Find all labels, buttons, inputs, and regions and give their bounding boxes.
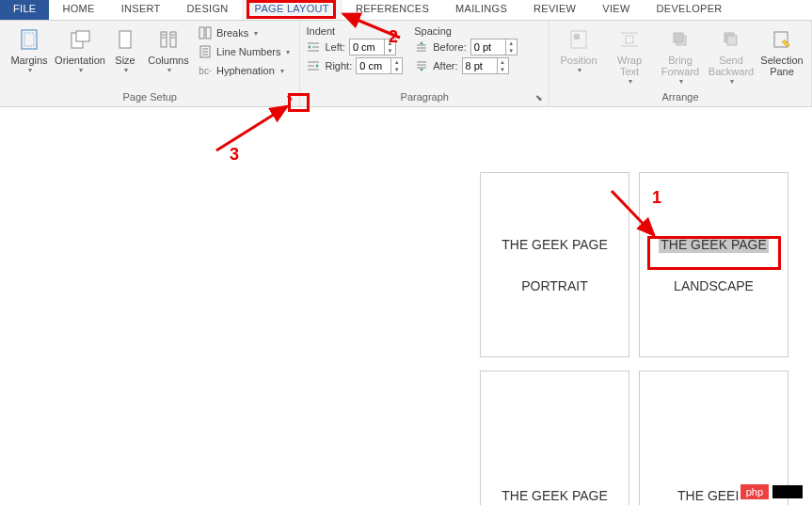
selection-pane-label: Selection Pane bbox=[760, 55, 804, 77]
columns-button[interactable]: Columns bbox=[147, 24, 190, 79]
spacing-before-input[interactable] bbox=[471, 41, 505, 53]
tab-review[interactable]: REVIEW bbox=[520, 0, 589, 20]
group-paragraph-label: Paragraph bbox=[306, 91, 543, 104]
line-numbers-label: Line Numbers bbox=[216, 46, 280, 57]
svg-rect-12 bbox=[206, 27, 211, 39]
orientation-label: Orientation bbox=[55, 55, 105, 66]
tab-page-layout[interactable]: PAGE LAYOUT bbox=[242, 0, 342, 20]
tab-developer[interactable]: DEVELOPER bbox=[644, 0, 736, 20]
columns-icon bbox=[155, 26, 182, 53]
spacing-after-input[interactable] bbox=[463, 60, 497, 71]
wrap-text-icon bbox=[616, 26, 643, 53]
indent-left-input[interactable] bbox=[350, 41, 384, 53]
hyphenation-label: Hyphenation bbox=[216, 65, 275, 76]
position-button[interactable]: Position bbox=[555, 24, 602, 87]
doc-page-4-title: THE GEEI bbox=[677, 488, 739, 503]
tab-file[interactable]: FILE bbox=[0, 0, 49, 20]
ribbon-tabs: FILE HOME INSERT DESIGN PAGE LAYOUT REFE… bbox=[0, 0, 812, 21]
bring-forward-button[interactable]: Bring Forward bbox=[657, 24, 704, 87]
svg-rect-6 bbox=[170, 32, 176, 47]
watermark-box bbox=[772, 485, 803, 498]
selection-pane-icon bbox=[769, 26, 795, 53]
line-numbers-button[interactable]: Line Numbers bbox=[194, 43, 294, 60]
tab-insert[interactable]: INSERT bbox=[108, 0, 174, 20]
position-icon bbox=[565, 26, 592, 53]
ribbon: Margins Orientation Size Columns Breaks bbox=[0, 21, 812, 107]
orientation-icon bbox=[67, 26, 93, 53]
anno-num-3: 3 bbox=[230, 145, 239, 165]
send-backward-label: Send Backward bbox=[709, 55, 754, 77]
send-backward-icon bbox=[718, 26, 744, 53]
doc-page-2-selection[interactable]: THE GEEK PAGE bbox=[659, 236, 769, 253]
tab-design[interactable]: DESIGN bbox=[174, 0, 242, 20]
wrap-text-button[interactable]: Wrap Text bbox=[606, 24, 653, 87]
indent-right-input[interactable] bbox=[357, 60, 390, 71]
group-arrange: Position Wrap Text Bring Forward Send Ba… bbox=[549, 21, 812, 106]
bring-forward-icon bbox=[667, 26, 693, 53]
anno-num-2: 2 bbox=[389, 27, 398, 47]
spacing-after-icon bbox=[414, 58, 429, 73]
doc-page-1-sub: PORTRAIT bbox=[521, 278, 588, 293]
svg-rect-31 bbox=[626, 36, 633, 43]
svg-rect-5 bbox=[161, 32, 167, 47]
indent-right-spinner[interactable]: ▲▼ bbox=[356, 57, 403, 74]
indent-right-label: Right: bbox=[325, 60, 352, 71]
watermark: php bbox=[740, 484, 803, 499]
svg-rect-35 bbox=[674, 33, 683, 42]
group-arrange-label: Arrange bbox=[555, 91, 805, 104]
indent-left-icon bbox=[306, 39, 321, 55]
doc-page-1[interactable]: THE GEEK PAGE PORTRAIT bbox=[480, 172, 629, 357]
group-paragraph: Indent Left: ▲▼ Right: ▲▼ Spacing Before… bbox=[300, 21, 549, 106]
spacing-before-label: Before: bbox=[433, 41, 466, 53]
spacing-before-icon bbox=[414, 39, 429, 55]
selection-pane-button[interactable]: Selection Pane bbox=[758, 24, 805, 87]
group-page-setup-label: Page Setup bbox=[6, 91, 294, 104]
margins-label: Margins bbox=[10, 55, 47, 66]
tab-view[interactable]: VIEW bbox=[589, 0, 643, 20]
hyphenation-icon: bc- bbox=[198, 63, 213, 78]
svg-rect-3 bbox=[76, 31, 89, 41]
group-page-setup: Margins Orientation Size Columns Breaks bbox=[0, 21, 300, 106]
spacing-after-spinner[interactable]: ▲▼ bbox=[462, 57, 509, 74]
orientation-button[interactable]: Orientation bbox=[56, 24, 103, 79]
tab-home[interactable]: HOME bbox=[49, 0, 107, 20]
svg-rect-1 bbox=[24, 33, 34, 46]
svg-rect-4 bbox=[119, 31, 131, 48]
hyphenation-button[interactable]: bc- Hyphenation bbox=[194, 62, 294, 79]
breaks-icon bbox=[198, 25, 213, 40]
send-backward-button[interactable]: Send Backward bbox=[708, 24, 755, 87]
svg-rect-11 bbox=[199, 27, 204, 39]
wrap-text-label: Wrap Text bbox=[608, 55, 651, 77]
indent-left-label: Left: bbox=[325, 41, 344, 53]
line-numbers-icon bbox=[198, 44, 213, 59]
size-label: Size bbox=[115, 55, 135, 66]
doc-page-1-title: THE GEEK PAGE bbox=[502, 237, 608, 252]
breaks-button[interactable]: Breaks bbox=[194, 24, 294, 41]
position-label: Position bbox=[560, 55, 597, 66]
tab-mailings[interactable]: MAILINGS bbox=[442, 0, 520, 20]
margins-button[interactable]: Margins bbox=[6, 24, 53, 79]
watermark-label: php bbox=[740, 484, 769, 499]
spacing-before-spinner[interactable]: ▲▼ bbox=[470, 39, 517, 55]
doc-page-3[interactable]: THE GEEK PAGE bbox=[480, 371, 629, 505]
svg-rect-37 bbox=[727, 36, 737, 45]
indent-right-icon bbox=[306, 58, 321, 73]
doc-page-3-title: THE GEEK PAGE bbox=[502, 488, 608, 503]
tab-references[interactable]: REFERENCES bbox=[342, 0, 442, 20]
doc-page-2-sub: LANDSCAPE bbox=[674, 278, 754, 293]
size-button[interactable]: Size bbox=[107, 24, 143, 79]
anno-num-1: 1 bbox=[652, 188, 661, 208]
columns-label: Columns bbox=[148, 55, 188, 66]
size-icon bbox=[112, 26, 138, 53]
paragraph-launcher[interactable]: ⬊ bbox=[533, 91, 546, 104]
bring-forward-label: Bring Forward bbox=[659, 55, 702, 77]
spacing-after-label: After: bbox=[433, 60, 457, 71]
document-area[interactable]: THE GEEK PAGE PORTRAIT THE GEEK PAGE LAN… bbox=[0, 107, 812, 505]
svg-rect-30 bbox=[574, 34, 580, 39]
margins-icon bbox=[16, 26, 42, 53]
breaks-label: Breaks bbox=[216, 27, 248, 39]
spacing-heading: Spacing bbox=[414, 24, 517, 38]
doc-page-2-title: THE GEEK PAGE bbox=[659, 237, 769, 252]
page-setup-launcher[interactable]: ⬊ bbox=[283, 91, 296, 104]
